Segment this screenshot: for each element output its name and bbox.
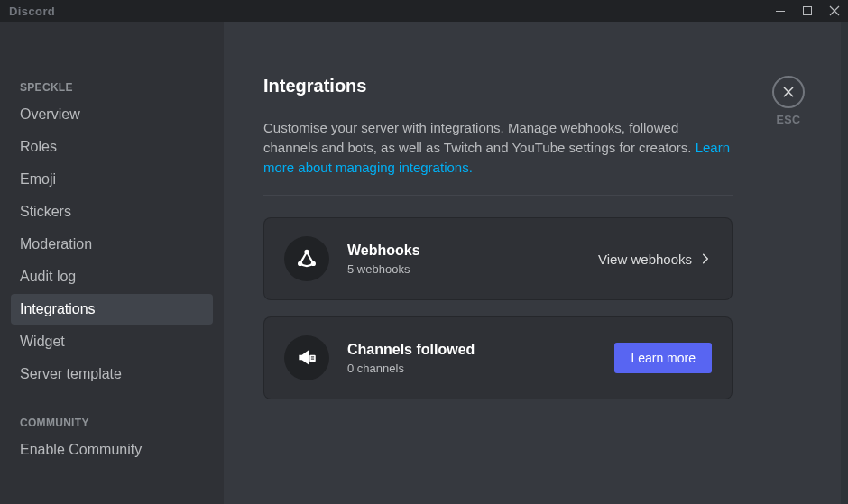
titlebar: Discord xyxy=(0,0,848,22)
content-area: Integrations Customise your server with … xyxy=(224,22,848,504)
page-description-text: Customise your server with integrations.… xyxy=(263,120,696,155)
card-channels-sub: 0 channels xyxy=(347,362,596,375)
settings-sidebar: SPECKLE Overview Roles Emoji Stickers Mo… xyxy=(0,22,224,504)
sidebar-item-server-template[interactable]: Server template xyxy=(11,359,213,389)
close-icon xyxy=(829,5,840,16)
sidebar-item-overview[interactable]: Overview xyxy=(11,99,213,130)
card-webhooks-body: Webhooks 5 webhooks xyxy=(347,243,580,276)
svg-rect-1 xyxy=(804,7,812,15)
sidebar-section-community: COMMUNITY xyxy=(11,411,213,435)
sidebar-item-audit-log[interactable]: Audit log xyxy=(11,261,213,292)
megaphone-icon xyxy=(295,346,318,370)
scrollbar-track[interactable] xyxy=(841,22,848,504)
window-close-button[interactable] xyxy=(821,0,848,22)
card-channels-title: Channels followed xyxy=(347,342,596,358)
window-controls xyxy=(767,0,848,22)
svg-rect-0 xyxy=(776,11,785,12)
maximize-icon xyxy=(802,5,813,16)
card-webhooks[interactable]: Webhooks 5 webhooks View webhooks xyxy=(263,217,733,300)
sidebar-item-integrations[interactable]: Integrations xyxy=(11,294,213,325)
chevron-right-icon xyxy=(699,252,712,265)
close-label: ESC xyxy=(777,114,801,126)
page-description: Customise your server with integrations.… xyxy=(263,118,733,177)
learn-more-button[interactable]: Learn more xyxy=(614,343,712,373)
close-column: ESC xyxy=(772,76,805,126)
view-webhooks-link[interactable]: View webhooks xyxy=(598,252,712,267)
window-minimize-button[interactable] xyxy=(767,0,794,22)
window-maximize-button[interactable] xyxy=(794,0,821,22)
card-channels-followed: Channels followed 0 channels Learn more xyxy=(263,316,733,399)
close-icon xyxy=(781,85,796,99)
close-settings-button[interactable] xyxy=(772,76,805,108)
sidebar-item-emoji[interactable]: Emoji xyxy=(11,164,213,195)
app-brand: Discord xyxy=(9,5,55,18)
sidebar-item-widget[interactable]: Widget xyxy=(11,326,213,357)
card-webhooks-title: Webhooks xyxy=(347,243,580,259)
card-channels-body: Channels followed 0 channels xyxy=(347,342,596,375)
webhook-icon-wrap xyxy=(284,236,329,281)
sidebar-item-enable-community[interactable]: Enable Community xyxy=(11,435,213,465)
sidebar-item-stickers[interactable]: Stickers xyxy=(11,197,213,227)
sidebar-item-moderation[interactable]: Moderation xyxy=(11,229,213,260)
sidebar-section-server: SPECKLE xyxy=(11,76,213,99)
page-title: Integrations xyxy=(263,76,812,96)
divider xyxy=(263,195,733,196)
sidebar-item-roles[interactable]: Roles xyxy=(11,132,213,162)
view-webhooks-label: View webhooks xyxy=(598,252,692,267)
webhook-icon xyxy=(295,247,318,270)
minimize-icon xyxy=(775,5,786,16)
channels-icon-wrap xyxy=(284,335,329,380)
card-webhooks-sub: 5 webhooks xyxy=(347,262,580,276)
